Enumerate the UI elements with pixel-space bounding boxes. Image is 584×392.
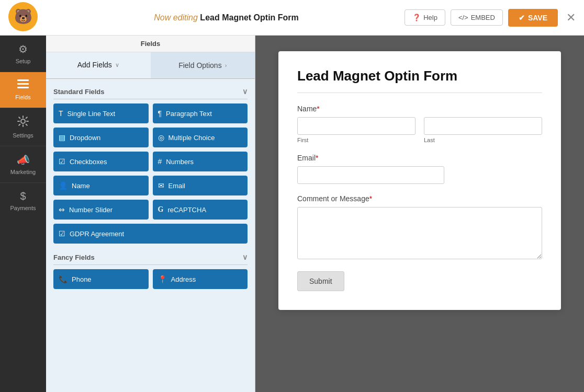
form-preview-area: Lead Magnet Optin Form Name* First Last <box>255 36 584 392</box>
embed-button[interactable]: </> EMBED <box>451 9 503 26</box>
last-name-col: Last <box>424 117 542 143</box>
numbers-label: Numbers <box>166 158 194 166</box>
email-icon: ✉ <box>158 181 164 190</box>
number-slider-label: Number Slider <box>69 206 113 214</box>
fields-icon <box>17 79 29 91</box>
field-options-arrow: › <box>225 62 227 68</box>
add-fields-arrow: ∨ <box>115 62 119 68</box>
tab-add-fields[interactable]: Add Fields ∨ <box>46 52 151 78</box>
add-fields-label: Add Fields <box>77 61 112 69</box>
phone-icon: 📞 <box>59 275 68 283</box>
gdpr-icon: ☑ <box>59 229 65 238</box>
standard-fields-chevron[interactable]: ∨ <box>242 87 248 96</box>
help-icon: ❓ <box>412 14 421 21</box>
email-label: Email <box>169 182 186 190</box>
form-preview-title: Lead Magnet Optin Form <box>297 68 542 84</box>
single-line-icon: T <box>59 109 63 118</box>
phone-label: Phone <box>72 275 92 283</box>
field-btn-paragraph[interactable]: ¶ Paragraph Text <box>153 103 248 123</box>
field-btn-checkboxes[interactable]: ☑ Checkboxes <box>53 152 149 171</box>
close-button[interactable]: ✕ <box>566 12 576 24</box>
email-required-mark: * <box>316 154 318 162</box>
multiple-choice-icon: ◎ <box>158 133 164 142</box>
setup-icon: ⚙ <box>18 43 28 55</box>
field-options-label: Field Options <box>178 61 221 70</box>
checkboxes-icon: ☑ <box>59 157 65 166</box>
marketing-icon: 📣 <box>17 154 30 166</box>
first-name-input[interactable] <box>297 117 415 135</box>
last-name-input[interactable] <box>424 117 542 135</box>
sidebar-item-label: Fields <box>15 94 30 100</box>
field-btn-phone[interactable]: 📞 Phone <box>53 269 149 289</box>
svg-rect-1 <box>17 83 29 85</box>
sidebar-item-fields[interactable]: Fields <box>0 72 46 108</box>
field-btn-address[interactable]: 📍 Address <box>153 269 248 289</box>
panel-content: Standard Fields ∨ T Single Line Text ¶ P… <box>46 79 255 392</box>
name-row: First Last <box>297 117 542 143</box>
payments-icon: $ <box>20 190 26 202</box>
sidebar-item-label: Setup <box>16 58 31 64</box>
logo-bear-icon: 🐻 <box>8 2 38 31</box>
sidebar-nav: ⚙ Setup Fields Settings 📣 <box>0 36 46 392</box>
gdpr-label: GDPR Agreement <box>70 230 124 238</box>
message-required-mark: * <box>369 194 372 203</box>
topbar-actions: ❓ Help </> EMBED ✔ SAVE ✕ <box>405 9 576 27</box>
form-divider <box>297 93 542 93</box>
field-btn-multiple-choice[interactable]: ◎ Multiple Choice <box>153 128 248 147</box>
fields-panel: Fields Add Fields ∨ Field Options › Stan… <box>46 36 255 392</box>
paragraph-icon: ¶ <box>158 109 162 118</box>
tab-field-options[interactable]: Field Options › <box>151 52 255 78</box>
fields-banner: Fields <box>46 36 255 52</box>
multiple-choice-label: Multiple Choice <box>169 134 215 142</box>
name-required-mark: * <box>317 105 319 113</box>
field-btn-gdpr[interactable]: ☑ GDPR Agreement <box>53 224 248 244</box>
sidebar-item-payments[interactable]: $ Payments <box>0 182 46 218</box>
fancy-fields-grid: 📞 Phone 📍 Address <box>53 269 248 289</box>
address-label: Address <box>171 275 196 283</box>
settings-icon <box>17 116 29 130</box>
embed-label: EMBED <box>471 14 495 21</box>
fields-tab-bar: Add Fields ∨ Field Options › <box>46 52 255 79</box>
fancy-fields-header: Fancy Fields ∨ <box>53 253 248 265</box>
number-slider-icon: ⇔ <box>59 205 65 214</box>
help-button[interactable]: ❓ Help <box>405 9 445 26</box>
email-input[interactable] <box>297 166 444 184</box>
field-btn-recaptcha[interactable]: G reCAPTCHA <box>153 200 248 220</box>
message-field-label: Comment or Message* <box>297 194 542 203</box>
save-label: SAVE <box>528 14 547 22</box>
sidebar-item-marketing[interactable]: 📣 Marketing <box>0 146 46 182</box>
field-btn-numbers[interactable]: # Numbers <box>153 152 248 171</box>
checkboxes-label: Checkboxes <box>70 158 107 166</box>
field-btn-single-line[interactable]: T Single Line Text <box>53 103 149 123</box>
submit-button[interactable]: Submit <box>297 271 344 291</box>
sidebar-item-settings[interactable]: Settings <box>0 108 46 146</box>
topbar: 🐻 Now editing Lead Magnet Optin Form ❓ H… <box>0 0 584 36</box>
message-textarea[interactable] <box>297 207 542 259</box>
field-btn-number-slider[interactable]: ⇔ Number Slider <box>53 200 149 220</box>
field-btn-name[interactable]: 👤 Name <box>53 176 149 195</box>
field-btn-dropdown[interactable]: ▤ Dropdown <box>53 128 149 147</box>
standard-fields-label: Standard Fields <box>53 88 105 96</box>
editing-title: Now editing Lead Magnet Optin Form <box>48 13 405 22</box>
field-btn-email[interactable]: ✉ Email <box>153 176 248 195</box>
sidebar-item-label: Settings <box>13 132 33 139</box>
recaptcha-label: reCAPTCHA <box>167 206 206 214</box>
last-sublabel: Last <box>424 137 542 143</box>
main-layout: ⚙ Setup Fields Settings 📣 <box>0 36 584 392</box>
name-icon: 👤 <box>59 181 68 190</box>
first-sublabel: First <box>297 137 415 143</box>
dropdown-label: Dropdown <box>70 134 100 142</box>
form-field-message: Comment or Message* <box>297 194 542 261</box>
help-label: Help <box>423 14 437 21</box>
editing-prefix: Now editing <box>154 13 200 22</box>
fancy-fields-chevron[interactable]: ∨ <box>242 253 248 261</box>
recaptcha-icon: G <box>158 205 164 214</box>
standard-fields-header: Standard Fields ∨ <box>53 87 248 99</box>
form-name: Lead Magnet Optin Form <box>200 13 298 22</box>
address-icon: 📍 <box>158 275 167 283</box>
form-field-name: Name* First Last <box>297 105 542 143</box>
name-label: Name <box>72 182 90 190</box>
single-line-label: Single Line Text <box>68 110 116 118</box>
sidebar-item-setup[interactable]: ⚙ Setup <box>0 36 46 72</box>
save-button[interactable]: ✔ SAVE <box>508 9 558 27</box>
